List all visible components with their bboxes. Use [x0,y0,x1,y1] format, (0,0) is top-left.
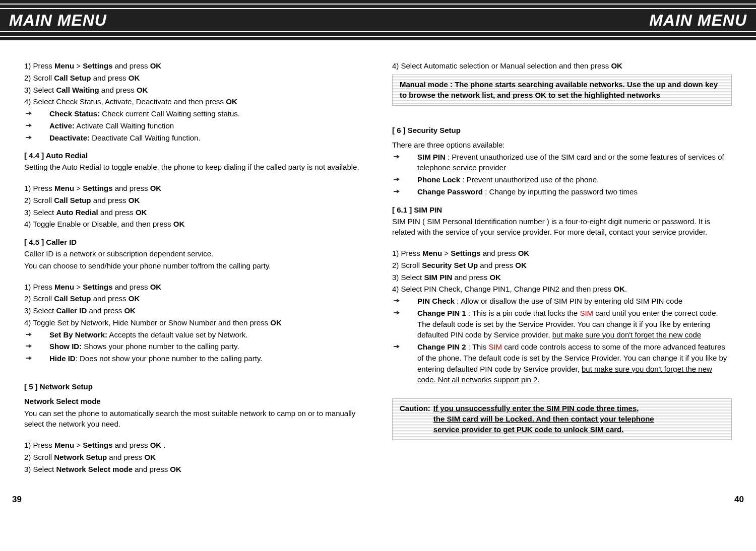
page-number-left: 39 [12,495,22,505]
header-title-right: MAIN MENU [649,11,747,30]
step-line: 4) Toggle Set by Network, Hide Number or… [24,317,364,328]
header-title-left: MAIN MENU [9,11,107,30]
bullet-item: Set By Network: Accepts the default valu… [24,329,364,340]
section-5-body: You can set the phone to automatically s… [24,408,364,430]
bullet-item: Check Status: Check current Call Waiting… [24,108,364,119]
step-line: 3) Select Caller ID and press OK [24,305,364,316]
step-line: 4) Toggle Enable or Disable, and then pr… [24,219,364,230]
step-line: 1) Press Menu > Settings and press OK [24,60,364,72]
section-6-head: [ 6 ] Security Setup [392,126,732,134]
step-line: 2) Scroll Call Setup and press OK [24,293,364,304]
section-4-5-line1: Caller ID is a network or subscription d… [24,248,364,259]
step-line: 3) Select Auto Redial and press OK [24,207,364,218]
bullet-arrow-icon [24,353,49,364]
bullet-arrow-icon [24,120,49,131]
bullet-item: Hide ID: Does not show your phone number… [24,353,364,364]
bullet-arrow-icon [392,308,417,340]
step-line: 3) Select Network Select mode and press … [24,464,364,475]
bullet-item: Change PIN 1 : This is a pin code that l… [392,308,732,340]
caution-line: the SIM card will be Locked. And then co… [433,414,724,424]
step-line: 2) Scroll Network Setup and press OK [24,452,364,463]
bullet-item: SIM PIN : Prevent unauthorized use of th… [392,152,732,174]
section-6-intro: There are three options available: [392,140,732,151]
step-line: 2) Scroll Call Setup and press OK [24,73,364,84]
step-line: 4) Select Check Status, Activate, Deacti… [24,96,364,107]
step-line: 2) Scroll Call Setup and press OK [24,195,364,206]
section-4-4-body: Setting the Auto Redial to toggle enable… [24,162,364,173]
caution-line: service provider to get PUK code to unlo… [433,424,724,435]
step-line: 4) Select PIN Check, Change PIN1, Change… [392,284,732,295]
bullet-item: Show ID: Shows your phone number to the … [24,341,364,352]
step-line: 2) Scroll Security Set Up and press OK [392,260,732,271]
right-column: 4) Select Automatic selection or Manual … [392,60,732,475]
bullet-arrow-icon [24,329,49,340]
section-5-subhead: Network Select mode [24,397,101,405]
section-5-head: [ 5 ] Network Setup [24,382,364,391]
bullet-arrow-icon [392,152,417,174]
step-line: 3) Select SIM PIN and press OK [392,272,732,283]
bullet-item: Deactivate: Deactivate Call Waiting func… [24,132,364,144]
step-line: 1) Press Menu > Settings and press OK [24,282,364,293]
bullet-arrow-icon [392,296,417,307]
bullet-arrow-icon [392,341,417,385]
section-4-4-head: [ 4.4 ] Auto Redial [24,151,364,160]
page-number-right: 40 [734,495,744,505]
step-line: 1) Press Menu > Settings and press OK [392,248,732,259]
bullet-arrow-icon [24,341,49,352]
bullet-arrow-icon [392,174,417,185]
section-4-5-head: [ 4.5 ] Caller ID [24,238,364,246]
caution-box: Caution: If you unsuccessfully enter the… [392,398,732,440]
step-line: 1) Press Menu > Settings and press OK . [24,440,364,451]
bullet-arrow-icon [392,186,417,197]
section-6-1-body: SIM PIN ( SIM Personal Identification nu… [392,216,732,238]
section-6-1-head: [ 6.1 ] SIM PIN [392,205,732,214]
bullet-arrow-icon [24,132,49,144]
step-line: 3) Select Call Waiting and press OK [24,85,364,96]
caution-line: If you unsuccessfully enter the SIM PIN … [433,403,724,414]
step-line: 1) Press Menu > Settings and press OK [24,183,364,194]
manual-mode-note: Manual mode : The phone starts searching… [392,75,732,106]
header-underline [0,31,756,40]
top-border [0,0,756,9]
page-footer: 39 40 [0,486,756,514]
section-4-5-line2: You can choose to send/hide your phone n… [24,260,364,271]
bullet-arrow-icon [24,108,49,119]
bullet-item: PIN Check : Allow or disallow the use of… [392,296,732,307]
left-column: 1) Press Menu > Settings and press OK2) … [24,60,364,475]
caution-label: Caution: [400,403,430,435]
step-line: 4) Select Automatic selection or Manual … [392,60,732,72]
bullet-item: Change Password : Change by inputting th… [392,186,732,197]
page-header: MAIN MENU MAIN MENU [0,9,756,31]
bullet-item: Change PIN 2 : This SIM card code contro… [392,341,732,385]
bullet-item: Active: Activate Call Waiting function [24,120,364,131]
bullet-item: Phone Lock : Prevent unauthorized use of… [392,174,732,185]
